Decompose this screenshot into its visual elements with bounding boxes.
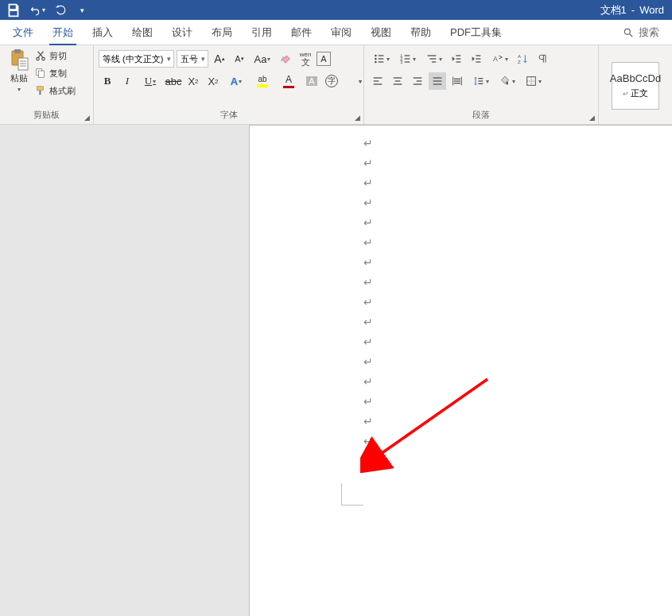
svg-line-1 [630, 33, 633, 37]
tab-file[interactable]: 文件 [3, 20, 43, 45]
decrease-font-size-button[interactable]: A▾ [231, 50, 248, 68]
paragraph-mark-icon [536, 52, 549, 65]
change-case-label: Aa [254, 53, 267, 65]
align-justify-button[interactable] [429, 72, 446, 90]
copy-button[interactable]: 复制 [35, 66, 76, 80]
font-name-combo[interactable]: 等线 (中文正文) [99, 50, 174, 68]
save-icon [5, 2, 22, 19]
paragraph-marks: ↵↵↵↵↵↵↵↵↵↵↵↵↵↵↵↵↵ [363, 137, 373, 467]
svg-point-8 [37, 57, 40, 60]
tab-mailings[interactable]: 邮件 [282, 20, 321, 45]
tab-view[interactable]: 视图 [361, 20, 401, 45]
align-center-icon [391, 75, 404, 87]
cut-button[interactable]: 剪切 [35, 48, 76, 63]
document-canvas[interactable]: ↵↵↵↵↵↵↵↵↵↵↵↵↵↵↵↵↵ [0, 125, 672, 616]
decrease-indent-button[interactable] [448, 50, 465, 68]
font-color-button[interactable]: A▾ [277, 72, 301, 90]
tab-references[interactable]: 引用 [242, 20, 282, 45]
ribbon-tabs: 文件 开始 插入 绘图 设计 布局 引用 邮件 审阅 视图 帮助 PDF工具集 … [0, 20, 672, 45]
save-button[interactable] [5, 2, 22, 18]
qat-customize-button[interactable]: ▾ [73, 2, 91, 18]
undo-icon [29, 5, 41, 16]
paragraph-mark: ↵ [363, 415, 373, 428]
multilevel-list-icon [425, 52, 438, 65]
text-effects-icon: A [231, 76, 238, 87]
paragraph-mark: ↵ [363, 216, 373, 229]
clear-formatting-icon: A [279, 52, 292, 65]
tab-design[interactable]: 设计 [162, 20, 202, 45]
paragraph-mark: ↵ [363, 355, 373, 368]
increase-font-size-button[interactable]: A▴ [211, 50, 228, 68]
strikethrough-button[interactable]: abc [165, 72, 182, 90]
font-dialog-launcher[interactable]: ◢ [352, 113, 362, 122]
bullets-icon [373, 52, 386, 65]
align-left-button[interactable] [369, 72, 386, 90]
text-effects-button[interactable]: A▾ [224, 72, 248, 90]
sort-button[interactable]: AZ [514, 50, 531, 68]
font-color-A: A [286, 74, 292, 85]
highlight-button[interactable]: ab▾ [251, 72, 274, 90]
numbering-button[interactable]: 123▾ [395, 50, 419, 68]
paste-icon [10, 48, 29, 71]
svg-rect-11 [39, 71, 45, 77]
italic-button[interactable]: I [118, 72, 136, 90]
font-size-value: 五号 [181, 53, 198, 65]
search-box[interactable]: 搜索 [623, 25, 672, 40]
bullets-button[interactable]: ▾ [369, 50, 393, 68]
asian-layout-button[interactable]: A▾ [487, 50, 511, 68]
style-normal[interactable]: AaBbCcDd ↵ 正文 [612, 62, 659, 110]
tab-review[interactable]: 审阅 [321, 20, 361, 45]
paragraph-mark: ↵ [363, 335, 373, 348]
border-button[interactable]: ▾ [521, 72, 545, 90]
document-name: 文档1 [600, 3, 627, 17]
char-shading-icon: A [306, 76, 317, 86]
bold-button[interactable]: B [99, 72, 116, 90]
increase-indent-button[interactable] [468, 50, 485, 68]
paragraph-dialog-launcher[interactable]: ◢ [587, 113, 596, 122]
phonetic-guide-button[interactable]: wén 文 [297, 50, 314, 68]
paragraph-mark: ↵ [363, 375, 373, 388]
enclose-characters-icon: 字 [325, 75, 338, 87]
format-painter-button[interactable]: 格式刷 [35, 83, 76, 98]
tab-draw[interactable]: 绘图 [122, 20, 162, 45]
numbering-icon: 123 [399, 52, 412, 65]
tab-home[interactable]: 开始 [43, 20, 83, 45]
underline-button[interactable]: U▾ [138, 72, 162, 90]
align-right-button[interactable] [409, 72, 426, 90]
tab-help[interactable]: 帮助 [401, 20, 441, 45]
multilevel-list-button[interactable]: ▾ [421, 50, 445, 68]
subscript-button[interactable]: X2 [185, 72, 202, 90]
paragraph-mark: ↵ [363, 256, 373, 269]
svg-text:3: 3 [400, 60, 402, 64]
paste-button[interactable]: 粘贴 ▾ [5, 48, 33, 93]
align-justify-icon [431, 75, 444, 87]
style-name: ↵ 正文 [623, 87, 649, 99]
paragraph-mark: ↵ [363, 236, 373, 249]
page-1[interactable]: ↵↵↵↵↵↵↵↵↵↵↵↵↵↵↵↵↵ [249, 125, 672, 616]
tab-layout[interactable]: 布局 [202, 20, 242, 45]
shading-button[interactable]: ▾ [495, 72, 519, 90]
clear-formatting-button[interactable]: A [277, 50, 294, 68]
line-spacing-button[interactable]: ▾ [468, 72, 492, 90]
svg-point-17 [375, 58, 377, 60]
title-bar: ▾ ▾ 文档1 - Word [0, 0, 672, 20]
undo-button[interactable]: ▾ [25, 2, 49, 18]
character-border-button[interactable]: A [317, 52, 331, 66]
group-styles: AaBbCcDd ↵ 正文 [599, 45, 672, 124]
tab-insert[interactable]: 插入 [83, 20, 122, 45]
font-size-combo[interactable]: 五号 [177, 50, 208, 68]
tab-pdf-tools[interactable]: PDF工具集 [441, 20, 511, 45]
clipboard-dialog-launcher[interactable]: ◢ [82, 113, 91, 122]
align-center-button[interactable] [389, 72, 406, 90]
enclose-characters-button[interactable]: 字 [323, 72, 340, 90]
redo-button[interactable] [52, 2, 70, 18]
character-shading-button[interactable]: A [303, 72, 320, 90]
align-distributed-icon [451, 75, 464, 87]
align-distributed-button[interactable] [449, 72, 466, 90]
change-case-button[interactable]: Aa▾ [251, 50, 274, 68]
dropdown-caret-icon: ▾ [17, 86, 21, 93]
dropdown-caret-icon: ▾ [80, 6, 84, 14]
decrease-indent-icon [450, 52, 463, 65]
show-paragraph-marks-button[interactable] [534, 50, 551, 68]
superscript-button[interactable]: X2 [204, 72, 222, 90]
